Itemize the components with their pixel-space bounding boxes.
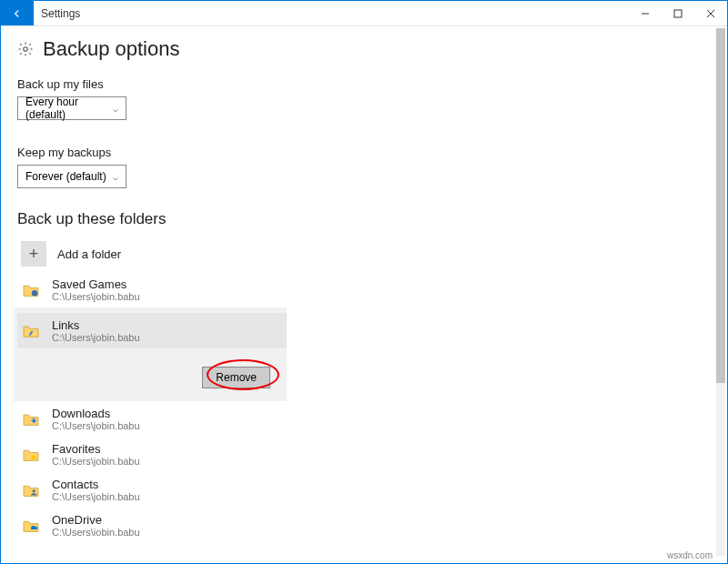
- retention-label: Keep my backups: [17, 146, 711, 159]
- folder-icon: [21, 321, 41, 341]
- frequency-dropdown[interactable]: Every hour (default) ⌵: [17, 96, 126, 120]
- back-button[interactable]: [1, 1, 34, 25]
- titlebar: Settings: [1, 1, 727, 26]
- folder-name: OneDrive: [52, 513, 140, 527]
- frequency-value: Every hour (default): [25, 96, 113, 121]
- folder-item-links[interactable]: Links C:\Users\jobin.babu: [17, 313, 287, 348]
- folder-name: Favorites: [52, 442, 140, 456]
- folder-icon: [21, 480, 41, 500]
- folder-path: C:\Users\jobin.babu: [52, 491, 140, 502]
- folder-icon: [21, 445, 41, 465]
- folder-name: Downloads: [52, 407, 140, 420]
- folder-item-onedrive[interactable]: OneDrive C:\Users\jobin.babu: [17, 508, 711, 536]
- folder-item-saved-games[interactable]: Saved Games C:\Users\jobin.babu: [17, 272, 711, 307]
- svg-point-6: [33, 489, 35, 492]
- svg-point-5: [32, 290, 37, 296]
- gear-icon: [17, 41, 34, 57]
- frequency-label: Back up my files: [17, 77, 711, 91]
- folder-item-downloads[interactable]: Downloads C:\Users\jobin.babu: [17, 401, 711, 437]
- folder-icon: [21, 280, 41, 300]
- page-header: Backup options: [17, 37, 711, 61]
- chevron-down-icon: ⌵: [113, 104, 118, 114]
- svg-point-4: [24, 47, 28, 52]
- svg-rect-1: [674, 10, 682, 17]
- folder-path: C:\Users\jobin.babu: [52, 332, 140, 343]
- retention-value: Forever (default): [25, 170, 106, 183]
- folder-icon: [21, 516, 41, 536]
- scrollbar[interactable]: [716, 28, 725, 556]
- folder-name: Saved Games: [52, 277, 140, 291]
- selected-folder-block: Links C:\Users\jobin.babu Remove: [14, 307, 287, 401]
- remove-button[interactable]: Remove: [202, 367, 270, 388]
- folder-item-favorites[interactable]: Favorites C:\Users\jobin.babu: [17, 437, 711, 472]
- folder-name: Contacts: [52, 478, 140, 491]
- add-folder-row[interactable]: + Add a folder: [17, 236, 711, 272]
- folders-title: Back up these folders: [17, 210, 711, 228]
- folder-path: C:\Users\jobin.babu: [52, 456, 140, 467]
- folder-name: Links: [52, 318, 140, 332]
- add-folder-button[interactable]: +: [21, 241, 46, 267]
- add-folder-label: Add a folder: [57, 247, 121, 261]
- window-controls: [629, 1, 727, 25]
- folder-path: C:\Users\jobin.babu: [52, 527, 140, 536]
- folder-icon: [21, 409, 41, 429]
- maximize-button[interactable]: [662, 1, 694, 25]
- watermark: wsxdn.com: [667, 550, 713, 560]
- window-title: Settings: [34, 1, 629, 25]
- folder-path: C:\Users\jobin.babu: [52, 420, 140, 431]
- page-title: Backup options: [43, 37, 179, 61]
- content-area: Backup options Back up my files Every ho…: [1, 26, 727, 536]
- scroll-thumb[interactable]: [716, 28, 725, 383]
- close-button[interactable]: [694, 1, 727, 25]
- folder-path: C:\Users\jobin.babu: [52, 291, 140, 302]
- folder-item-contacts[interactable]: Contacts C:\Users\jobin.babu: [17, 472, 711, 508]
- chevron-down-icon: ⌵: [113, 172, 118, 182]
- minimize-button[interactable]: [629, 1, 662, 25]
- retention-dropdown[interactable]: Forever (default) ⌵: [17, 165, 126, 188]
